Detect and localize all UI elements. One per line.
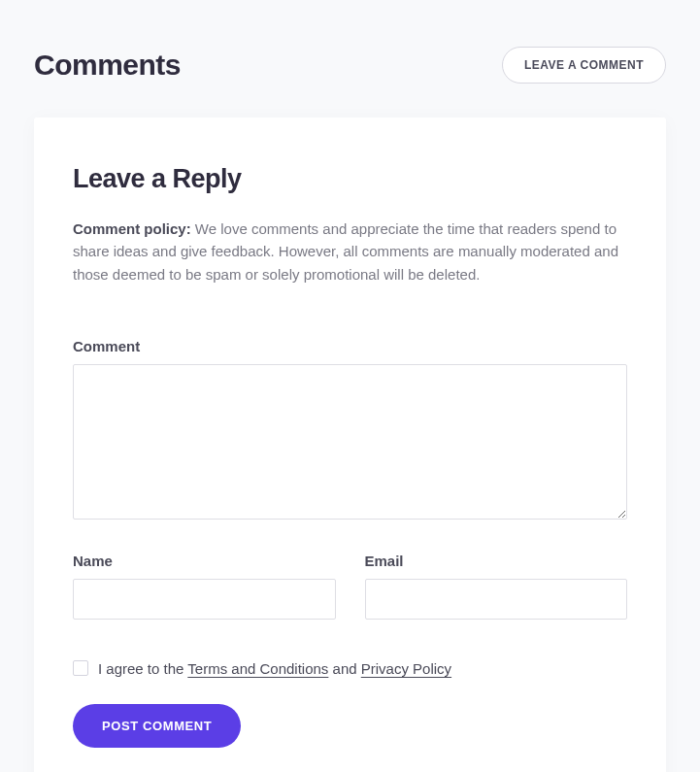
comment-policy: Comment policy: We love comments and app… — [73, 218, 627, 285]
reply-title: Leave a Reply — [73, 164, 627, 194]
terms-link[interactable]: Terms and Conditions — [187, 660, 328, 677]
page-title: Comments — [34, 49, 181, 82]
comment-label: Comment — [73, 338, 627, 354]
reply-card: Leave a Reply Comment policy: We love co… — [34, 117, 666, 772]
comments-header: Comments LEAVE A COMMENT — [0, 0, 700, 117]
policy-label: Comment policy: — [73, 220, 191, 237]
name-label: Name — [73, 553, 336, 569]
privacy-link[interactable]: Privacy Policy — [361, 660, 451, 677]
agree-row: I agree to the Terms and Conditions and … — [73, 660, 627, 677]
email-label: Email — [365, 553, 628, 569]
name-input[interactable] — [73, 579, 336, 620]
agree-mid: and — [328, 660, 360, 677]
agree-text: I agree to the Terms and Conditions and … — [98, 660, 451, 677]
agree-checkbox[interactable] — [73, 660, 88, 676]
email-field-wrapper: Email — [365, 553, 628, 620]
post-comment-button[interactable]: POST COMMENT — [73, 704, 241, 748]
agree-prefix: I agree to the — [98, 660, 187, 677]
name-email-row: Name Email — [73, 553, 627, 620]
leave-comment-button[interactable]: LEAVE A COMMENT — [502, 47, 666, 84]
name-field-wrapper: Name — [73, 553, 336, 620]
comment-textarea[interactable] — [73, 364, 627, 520]
email-input[interactable] — [365, 579, 628, 620]
